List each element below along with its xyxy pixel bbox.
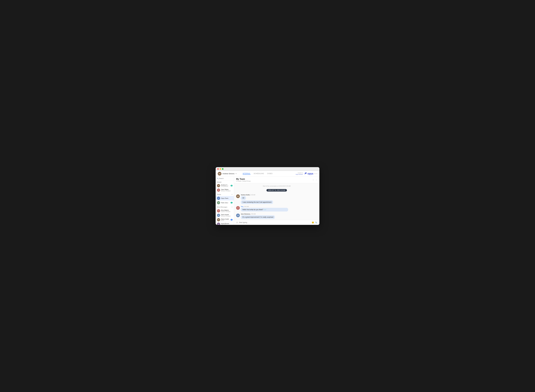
access-to-label: Access to: [296, 172, 303, 174]
teams-section-label: Teams: [217, 194, 221, 195]
teams-section-header: Teams +: [216, 192, 234, 196]
add-team-button[interactable]: +: [232, 193, 232, 196]
message-bubble: I was reviewing the last Codi appointmen…: [241, 200, 273, 204]
avatar: TJ: [217, 201, 220, 204]
contact-subtitle: Behavior therapist: [221, 215, 232, 217]
unread-badge: 1: [231, 202, 232, 204]
sidebar-item-jane-ripley[interactable]: JR Jane Ripley Behavior therapist: [216, 188, 234, 192]
chat-input[interactable]: [239, 222, 311, 224]
tab-cases[interactable]: CASES: [267, 173, 273, 175]
message-group: Y You, 9:46 AM Hello! And what do you th…: [236, 206, 317, 212]
sidebar-item-amy-adams[interactable]: AA Amy Adams Speech Therapist: [216, 209, 234, 213]
minimize-button[interactable]: [220, 168, 221, 170]
contact-info: Andrew Smith Occupational Therapist: [221, 184, 230, 187]
unread-badge: 4: [231, 219, 232, 220]
add-dm-button[interactable]: +: [232, 206, 232, 208]
team-name: Team JoLo: [221, 202, 230, 204]
contact-subtitle: BCBA: [221, 220, 230, 221]
contact-name: Jane Ripley: [221, 189, 232, 190]
star-icon[interactable]: ☆: [312, 179, 314, 181]
contact-info: Jane Ripley Behavior therapist: [221, 189, 232, 191]
search-icon: 🔍: [217, 178, 218, 179]
team-info: Opya Team: [221, 197, 232, 199]
chat-header: My Team 5 People / Default Group ☆ ⋮: [234, 177, 319, 183]
sidebar-item-team-jolo[interactable]: TJ Team JoLo 1: [216, 201, 234, 205]
contact-subtitle: Occupational Therapist: [221, 186, 230, 187]
contact-name: Seth Howell: [221, 214, 232, 215]
nav-tabs: INTERNAL SCHEDULING CASES: [239, 173, 296, 175]
avatar: AA: [217, 209, 220, 212]
contact-name: Kamil Brown: [221, 223, 232, 224]
opya-intranet-link[interactable]: Opya Intranet: [296, 174, 303, 175]
opya-logo: opya v.2.0.18: [304, 172, 317, 175]
read-check-icon: ✓✓: [264, 209, 266, 210]
default-section-label: Default: [217, 182, 221, 183]
main-content: 🔍 Default AS Andrew Smith Occupational T…: [216, 177, 319, 225]
avatar: AS: [236, 194, 240, 198]
date-badge: MON OCT 31, 2021 9:45 AM: [266, 189, 287, 191]
sender-name: Andrew Smith,: [241, 194, 250, 196]
avatar: DS: [217, 218, 220, 221]
contact-name: Andrew Smith: [221, 184, 230, 186]
default-section-header: Default: [216, 180, 234, 183]
avatar: OT: [217, 197, 220, 200]
avatar: AS: [218, 172, 221, 176]
app-window: AS Andrew Simons ▾ INTERNAL SCHEDULING C…: [216, 167, 319, 225]
chat-title: My Team: [236, 178, 251, 180]
contact-info: Seth Howell Behavior therapist: [221, 214, 232, 217]
chat-input-bar: @ 🙂 📎: [234, 220, 319, 225]
user-name: Andrew Simons: [223, 173, 234, 175]
search-bar[interactable]: 🔍: [216, 177, 234, 180]
close-button[interactable]: [217, 168, 219, 170]
titlebar: [216, 167, 319, 171]
mention-icon[interactable]: @: [236, 221, 238, 224]
sidebar-item-seth-howell[interactable]: SH Seth Howell Behavior therapist: [216, 213, 234, 218]
topbar-right: Access to Opya Intranet opya v.2.0.18: [296, 172, 317, 175]
emoji-icon[interactable]: 🙂: [312, 221, 314, 224]
contact-info: Amy Adams Speech Therapist: [221, 209, 232, 212]
contact-name: Amy Adams: [221, 209, 232, 211]
sidebar-item-kamil-brown[interactable]: KB Kamil Brown Scheduler: [216, 222, 234, 225]
avatar: AS: [217, 184, 220, 187]
sender-name: Jane Simmons,: [241, 213, 251, 215]
conversation-start: Start of the conversation at 10/31/2019 …: [236, 185, 317, 187]
team-info: Team JoLo: [221, 202, 230, 204]
message-bubble: Hello! And what do you think? ✓✓: [241, 208, 288, 211]
message-bubble: It's a great improvement! I'm really sur…: [241, 215, 275, 219]
tab-scheduling[interactable]: SCHEDULING: [254, 173, 264, 175]
sidebar-item-diane-smith[interactable]: DS Diane Smith BCBA 4: [216, 218, 234, 222]
message-content: You, 9:46 AM Hello! And what do you thin…: [241, 206, 317, 212]
chat-title-section: My Team 5 People / Default Group: [236, 178, 251, 182]
tab-internal[interactable]: INTERNAL: [243, 173, 251, 175]
contact-name: Diane Smith: [221, 218, 230, 220]
opya-bird-icon: [304, 172, 307, 175]
more-options-icon[interactable]: ⋮: [315, 179, 317, 181]
messages-container: Start of the conversation at 10/31/2019 …: [234, 183, 319, 220]
avatar: JR: [217, 188, 220, 192]
traffic-lights: [217, 168, 223, 170]
sidebar-item-andrew-smith[interactable]: AS Andrew Smith Occupational Therapist 3: [216, 183, 234, 188]
contact-subtitle: Speech Therapist: [221, 211, 232, 212]
attachment-icon[interactable]: 📎: [315, 221, 317, 224]
sidebar-item-opya-team[interactable]: OT Opya Team: [216, 196, 234, 201]
maximize-button[interactable]: [222, 168, 223, 170]
avatar: SH: [217, 214, 220, 217]
contact-info: Kamil Brown Scheduler: [221, 223, 232, 225]
message-content: Jane Simmons, 9:46 AM It's a great impro…: [241, 213, 317, 219]
message-group: AS Andrew Smith, 9:45 AM Hi! I was revie…: [236, 194, 317, 205]
opya-logo-text: opya: [308, 172, 313, 175]
sidebar: 🔍 Default AS Andrew Smith Occupational T…: [216, 177, 234, 225]
unread-badge: 3: [231, 185, 232, 187]
sender-line: Andrew Smith, 9:45 AM: [241, 194, 317, 196]
sender-line: You, 9:46 AM: [241, 206, 317, 207]
avatar: JS: [236, 214, 240, 217]
message-group: JS Jane Simmons, 9:46 AM It's a great im…: [236, 213, 317, 219]
contact-info: Diane Smith BCBA: [221, 218, 230, 221]
message-time: 9:46 AM: [244, 206, 249, 207]
chevron-down-icon[interactable]: ▾: [236, 173, 236, 174]
message-time: 9:46 AM: [251, 213, 256, 215]
dm-section-label: Direct Messages: [217, 206, 227, 208]
user-section[interactable]: AS Andrew Simons ▾: [218, 172, 239, 176]
avatar: Y: [236, 206, 240, 210]
message-bubble: Hi!: [241, 196, 246, 200]
